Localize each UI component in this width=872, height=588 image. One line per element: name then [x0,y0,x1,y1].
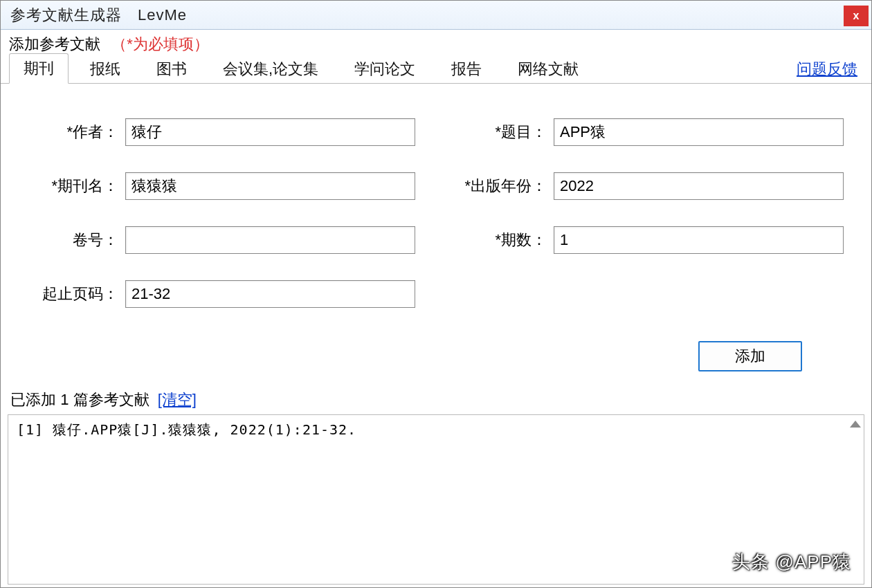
volume-label: 卷号： [28,230,118,250]
added-count: 1 [60,391,69,408]
author-input[interactable] [125,118,415,146]
tab-thesis[interactable]: 学问论文 [340,54,430,84]
title-label: *题目： [457,122,547,143]
title-input[interactable] [554,118,844,146]
volume-input[interactable] [125,226,415,254]
added-prefix: 已添加 [10,391,56,408]
output-text: [1] 猿仔.APP猿[J].猿猿猿, 2022(1):21-32. [8,415,864,445]
spacer [457,280,844,308]
tab-report[interactable]: 报告 [437,54,496,84]
pages-input[interactable] [125,280,415,308]
tab-journal[interactable]: 期刊 [9,53,69,84]
field-volume: 卷号： [28,226,415,254]
pages-label: 起止页码： [28,284,118,304]
close-button[interactable]: x [844,6,869,26]
field-author: *作者： [28,118,415,146]
added-suffix: 篇参考文献 [73,391,149,408]
tabs: 期刊 报纸 图书 会议集,论文集 学问论文 报告 网络文献 问题反馈 [1,56,871,84]
close-icon: x [853,10,860,22]
scroll-up-icon[interactable] [850,421,861,428]
feedback-link[interactable]: 问题反馈 [797,59,857,80]
tab-web[interactable]: 网络文献 [503,54,593,84]
year-label: *出版年份： [457,176,547,196]
add-row: 添加 [28,341,844,371]
field-pages: 起止页码： [28,280,415,308]
add-button[interactable]: 添加 [698,341,802,371]
clear-link[interactable]: [清空] [158,391,197,408]
year-input[interactable] [554,172,844,200]
tab-newspaper[interactable]: 报纸 [75,54,135,84]
section-title: 添加参考文献 [9,35,100,53]
form-panel: *作者： *题目： *期刊名： *出版年份： 卷号： *期数： 起止页码： [1,84,871,385]
field-year: *出版年份： [457,172,844,200]
field-issue: *期数： [457,226,844,254]
issue-label: *期数： [457,230,547,250]
field-journal: *期刊名： [28,172,415,200]
author-label: *作者： [28,122,118,143]
app-window: 参考文献生成器 LevMe x 添加参考文献 （*为必填项） 期刊 报纸 图书 … [0,0,872,588]
field-title: *题目： [457,118,844,146]
added-summary: 已添加 1 篇参考文献 [清空] [1,385,871,413]
titlebar: 参考文献生成器 LevMe x [1,1,871,30]
output-area[interactable]: [1] 猿仔.APP猿[J].猿猿猿, 2022(1):21-32. 头条 @A… [8,414,864,585]
issue-input[interactable] [554,226,844,254]
section-header: 添加参考文献 （*为必填项） [1,30,871,56]
window-title: 参考文献生成器 LevMe [10,5,187,26]
required-hint: （*为必填项） [111,35,209,53]
tab-proceedings[interactable]: 会议集,论文集 [208,54,333,84]
journal-label: *期刊名： [28,176,118,196]
tab-book[interactable]: 图书 [142,54,201,84]
journal-input[interactable] [125,172,415,200]
watermark: 头条 @APP猿 [732,550,851,574]
